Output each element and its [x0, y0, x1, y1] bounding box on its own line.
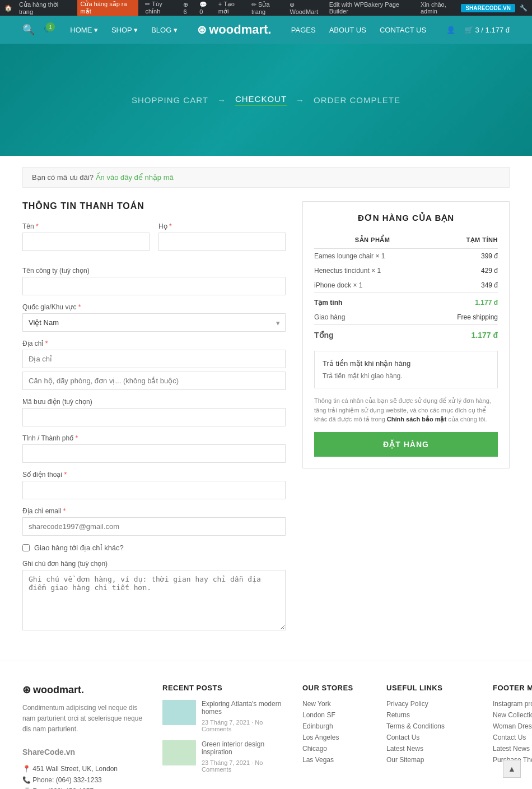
site-footer: ⊛ woodmart. Condimentum adipiscing vel n…: [0, 661, 532, 789]
useful-link[interactable]: Our Sitemap: [386, 756, 476, 764]
store-link[interactable]: New York: [302, 700, 370, 708]
address2-input[interactable]: [22, 372, 286, 390]
place-order-button[interactable]: ĐẶT HÀNG: [314, 432, 498, 457]
company-input[interactable]: [22, 277, 286, 295]
checkout-layout: THÔNG TIN THANH TOÁN Tên * Họ * Tên công…: [22, 201, 510, 638]
footer-menu-link[interactable]: Latest News: [493, 745, 532, 753]
coupon-text: Bạn có mã ưu đãi?: [32, 173, 94, 182]
hero-banner: SHOPPING CART → CHECKOUT → ORDER COMPLET…: [0, 44, 532, 156]
phone-input[interactable]: [22, 481, 286, 499]
city-label: Tỉnh / Thành phố *: [22, 434, 286, 442]
footer-useful-links: USEFUL LINKS Privacy Policy Returns Term…: [386, 684, 476, 789]
useful-link[interactable]: Privacy Policy: [386, 700, 476, 708]
recent-post-date: 23 Tháng 7, 2021 · No Comments: [202, 759, 286, 773]
recent-post-link[interactable]: Green interior design inspiration: [202, 740, 286, 756]
user-icon[interactable]: 👤: [446, 26, 455, 34]
city-input[interactable]: [22, 444, 286, 463]
step-cart: SHOPPING CART: [132, 95, 208, 105]
useful-link[interactable]: Returns: [386, 711, 476, 719]
country-group: Quốc gia/Khu vực * Việt Nam: [22, 303, 286, 332]
nav-home[interactable]: HOME ▾: [70, 26, 98, 34]
recent-post-content: Green interior design inspiration 23 Thá…: [202, 740, 286, 773]
wishlist-icon[interactable]: ♡ 1: [44, 26, 50, 34]
order-box: ĐƠN HÀNG CỦA BẠN SẢN PHẨM TẠM TÍNH Eames…: [302, 201, 510, 468]
checkout-steps: SHOPPING CART → CHECKOUT → ORDER COMPLET…: [132, 94, 400, 106]
postcode-input[interactable]: [22, 408, 286, 426]
store-link[interactable]: Las Vegas: [302, 756, 370, 764]
country-select-wrapper: Việt Nam: [22, 313, 286, 332]
footer-menu-link[interactable]: New Collection: [493, 711, 532, 719]
admin-icon[interactable]: 🔧: [520, 4, 528, 12]
coupon-bar: Bạn có mã ưu đãi? Ấn vào đây để nhập mã: [22, 167, 510, 188]
nav-pages[interactable]: PAGES: [291, 26, 316, 34]
cart-info[interactable]: 🛒 3 / 1.177 đ: [464, 26, 510, 34]
site-logo[interactable]: ⊛ woodmart.: [197, 22, 271, 37]
admin-bar-customize[interactable]: ✏ Tùy chỉnh: [145, 1, 176, 15]
billing-title: THÔNG TIN THANH TOÁN: [22, 201, 286, 211]
footer-address: 📍 451 Wall Street, UK, London: [22, 765, 146, 773]
store-link[interactable]: Los Angeles: [302, 734, 370, 741]
admin-bar-badge: Cửa hàng sắp ra mắt: [77, 0, 139, 16]
nav-shop[interactable]: SHOP ▾: [111, 26, 138, 34]
recent-post-link[interactable]: Exploring Atlanta's modern homes: [202, 700, 286, 716]
admin-bar-comments[interactable]: 💬 0: [199, 1, 212, 15]
admin-bar-new[interactable]: + Tạo mới: [218, 1, 245, 15]
first-name-input[interactable]: [22, 233, 150, 251]
admin-bar-item[interactable]: 🏠: [4, 4, 12, 12]
ship-different-checkbox[interactable]: [22, 544, 30, 551]
privacy-link[interactable]: Chính sách bảo mật: [387, 416, 446, 423]
admin-bar-count[interactable]: ⊕ 6: [183, 1, 193, 15]
order-summary: ĐƠN HÀNG CỦA BẠN SẢN PHẨM TẠM TÍNH Eames…: [302, 201, 510, 468]
footer-menu-link[interactable]: Instagram profile: [493, 700, 532, 708]
notes-textarea[interactable]: [22, 570, 286, 630]
footer-menu-title: FOOTER MENU: [493, 684, 532, 692]
header-right: 👤 🛒 3 / 1.177 đ: [446, 26, 510, 34]
main-nav: HOME ▾ SHOP ▾ BLOG ▾: [70, 26, 178, 34]
order-table: SẢN PHẨM TẠM TÍNH Eames lounge chair × 1…: [314, 232, 498, 343]
ship-different-label[interactable]: Giao hàng tới địa chỉ khác?: [34, 544, 124, 552]
shipping-value: Free shipping: [431, 310, 498, 325]
logo-text: woodmart.: [209, 22, 271, 37]
useful-link[interactable]: Latest News: [386, 745, 476, 753]
store-link[interactable]: Edinburgh: [302, 722, 370, 730]
recent-post-item: Exploring Atlanta's modern homes 23 Thán…: [162, 700, 286, 732]
useful-links-title: USEFUL LINKS: [386, 684, 476, 692]
name-row: Tên * Họ *: [22, 222, 286, 259]
store-link[interactable]: London SF: [302, 711, 370, 719]
stores-title: OUR STORES: [302, 684, 370, 692]
store-link[interactable]: Chicago: [302, 745, 370, 753]
wishlist-badge: 1: [46, 22, 55, 31]
nav-contact[interactable]: CONTACT US: [380, 26, 426, 34]
admin-bar-edit[interactable]: ✏ Sửa trang: [251, 1, 283, 15]
item-name: iPhone dock × 1: [314, 278, 431, 293]
admin-bar-store[interactable]: Cửa hàng thời trang: [19, 1, 71, 15]
search-icon[interactable]: 🔍: [22, 24, 35, 36]
extra-nav: PAGES ABOUT US CONTACT US: [291, 26, 426, 34]
country-select[interactable]: Việt Nam: [22, 313, 286, 332]
footer-logo: ⊛ woodmart.: [22, 684, 146, 696]
arrow-2: →: [296, 95, 305, 105]
company-label: Tên công ty (tuỳ chọn): [22, 267, 286, 275]
nav-about[interactable]: ABOUT US: [329, 26, 366, 34]
phone-group: Số điện thoại *: [22, 471, 286, 499]
footer-menu-link[interactable]: Contact Us: [493, 734, 532, 741]
footer-menu-link[interactable]: Woman Dress: [493, 722, 532, 730]
phone-label: Số điện thoại *: [22, 471, 286, 479]
admin-bar-builder[interactable]: Edit with WPBakery Page Builder: [329, 1, 414, 15]
useful-link[interactable]: Contact Us: [386, 734, 476, 741]
total-row: Tổng 1.177 đ: [314, 325, 498, 344]
email-input[interactable]: [22, 517, 286, 536]
postcode-group: Mã bưu điện (tuỳ chọn): [22, 398, 286, 426]
coupon-link[interactable]: Ấn vào đây để nhập mã: [96, 173, 174, 182]
notes-group: Ghi chú đơn hàng (tuỳ chọn): [22, 560, 286, 630]
scroll-top-button[interactable]: ▲: [503, 760, 521, 778]
address-group: Địa chỉ *: [22, 340, 286, 390]
main-content: Bạn có mã ưu đãi? Ấn vào đây để nhập mã …: [0, 156, 532, 661]
address1-input[interactable]: [22, 350, 286, 368]
nav-blog[interactable]: BLOG ▾: [151, 26, 178, 34]
admin-bar-woodmart[interactable]: ⊛ WoodMart: [290, 1, 322, 15]
item-name: Eames lounge chair × 1: [314, 249, 431, 264]
useful-link[interactable]: Terms & Conditions: [386, 722, 476, 730]
last-name-input[interactable]: [158, 233, 286, 251]
country-label: Quốc gia/Khu vực *: [22, 303, 286, 311]
